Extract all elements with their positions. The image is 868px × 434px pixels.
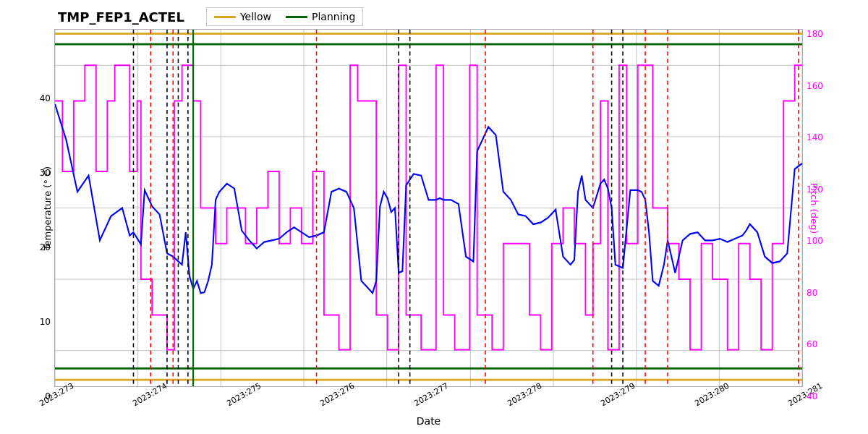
x-label-274: 2023:274 — [129, 387, 167, 401]
yellow-legend-label: Yellow — [240, 11, 271, 22]
y-tick-left-40: 40 — [40, 93, 51, 103]
planning-legend-line — [286, 16, 307, 18]
plot-area — [54, 29, 803, 387]
plot-svg — [55, 30, 802, 386]
y-tick-right-140: 140 — [807, 132, 823, 142]
x-labels-row: 2023:273 2023:274 2023:275 2023:276 2023… — [54, 387, 803, 409]
plot-wrapper: 2023:273 2023:274 2023:275 2023:276 2023… — [54, 29, 803, 427]
chart-area: 40 30 20 10 0 Temperature (° C) — [7, 29, 854, 427]
x-label-275: 2023:275 — [222, 387, 260, 401]
y-tick-left-10: 10 — [40, 317, 51, 327]
y-tick-right-40: 40 — [807, 391, 817, 401]
y-tick-right-160: 160 — [807, 81, 823, 91]
x-label-276: 2023:276 — [316, 387, 354, 401]
y-axis-left-label: Temperature (° C) — [42, 165, 53, 252]
y-axis-right-label: Pitch (deg) — [809, 165, 820, 252]
chart-title: TMP_FEP1_ACTEL — [58, 9, 184, 25]
x-label-280: 2023:280 — [690, 387, 728, 401]
title-row: TMP_FEP1_ACTEL Yellow Planning — [58, 7, 854, 26]
planning-legend-label: Planning — [312, 11, 355, 22]
x-label-279: 2023:279 — [597, 387, 635, 401]
x-label-277: 2023:277 — [409, 387, 448, 401]
x-label-278: 2023:278 — [503, 387, 542, 401]
y-tick-right-60: 60 — [807, 339, 817, 349]
x-axis-label: Date — [54, 415, 803, 427]
x-axis: 2023:273 2023:274 2023:275 2023:276 2023… — [54, 387, 803, 427]
yellow-legend-line — [214, 16, 236, 18]
legend: Yellow Planning — [206, 7, 363, 26]
chart-container: TMP_FEP1_ACTEL Yellow Planning 40 30 20 … — [0, 0, 868, 434]
y-axis-right: 180 160 140 120 100 80 60 40 Pitch (deg) — [803, 29, 854, 427]
legend-item-yellow: Yellow — [214, 11, 271, 22]
y-axis-left: 40 30 20 10 0 Temperature (° C) — [7, 29, 54, 427]
x-label-273: 2023:273 — [35, 387, 74, 401]
y-tick-right-180: 180 — [807, 29, 823, 39]
y-tick-right-80: 80 — [807, 288, 817, 298]
legend-item-planning: Planning — [286, 11, 355, 22]
